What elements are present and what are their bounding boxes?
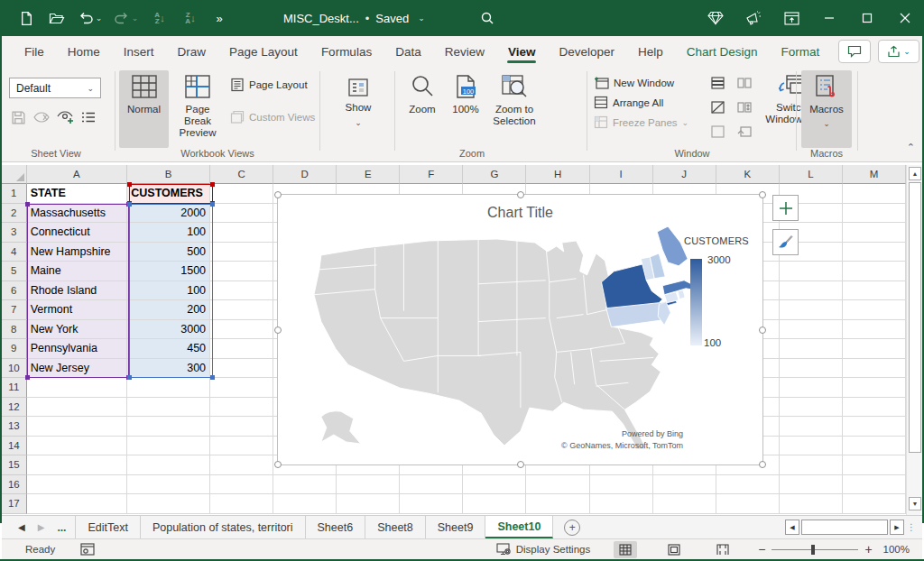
sheet-view-options-icon[interactable] (79, 108, 97, 126)
sheet-nav-left-icon[interactable]: ◀ (18, 522, 25, 532)
sheet-tab-sheet8[interactable]: Sheet8 (365, 516, 426, 538)
cell-M16[interactable] (843, 475, 906, 495)
cell-M10[interactable] (843, 359, 906, 379)
display-settings-label[interactable]: Display Settings (516, 544, 590, 555)
ribbon-tab-format[interactable]: Format (770, 39, 832, 64)
page-break-preview-button[interactable]: Page Break Preview (171, 70, 225, 148)
tabbar-resize-dots[interactable]: ⋮ (907, 522, 917, 532)
row-header-14[interactable]: 14 (2, 437, 27, 456)
minimize-button[interactable] (810, 0, 848, 36)
quick-access-more-button[interactable]: » (206, 5, 233, 31)
chart-title[interactable]: Chart Title (278, 205, 762, 221)
row-header-12[interactable]: 12 (2, 398, 27, 418)
search-icon[interactable] (472, 5, 503, 31)
chart-handle-bottom-right[interactable] (759, 461, 766, 468)
cell-A16[interactable] (27, 475, 128, 495)
sheet-nav-overflow[interactable]: ... (57, 521, 66, 534)
cell-D16[interactable] (273, 475, 337, 495)
sheet-tab-sheet6[interactable]: Sheet6 (306, 516, 366, 538)
new-file-icon[interactable] (11, 5, 42, 31)
arrange-all-button[interactable]: Arrange All (594, 93, 663, 112)
cell-M1[interactable] (843, 184, 906, 204)
cell-M6[interactable] (843, 281, 906, 301)
cell-L9[interactable] (780, 339, 843, 359)
split-icon[interactable] (708, 74, 726, 92)
cell-H17[interactable] (526, 494, 589, 514)
cell-M14[interactable] (843, 437, 906, 456)
ribbon-tab-review[interactable]: Review (433, 39, 496, 64)
cell-M3[interactable] (843, 223, 906, 243)
column-header-L[interactable]: L (780, 165, 843, 184)
ribbon-display-options-icon[interactable] (772, 0, 810, 36)
cell-B14[interactable] (127, 437, 210, 456)
chart-handle-top-left[interactable] (274, 191, 282, 198)
macros-button[interactable]: Macros ⌄ (801, 70, 852, 148)
ribbon-tab-home[interactable]: Home (56, 39, 112, 64)
row-header-10[interactable]: 10 (2, 359, 27, 379)
cell-F16[interactable] (400, 475, 463, 495)
cell-A4[interactable]: New Hampshire (27, 243, 128, 262)
column-header-D[interactable]: D (273, 165, 337, 184)
cell-A2[interactable]: Massachusetts (27, 204, 128, 224)
row-header-11[interactable]: 11 (2, 378, 27, 398)
cell-C4[interactable] (210, 243, 273, 262)
row-header-4[interactable]: 4 (2, 243, 27, 262)
zoom-slider-thumb[interactable] (811, 545, 815, 555)
cell-B13[interactable] (127, 417, 210, 437)
row-header-8[interactable]: 8 (2, 320, 27, 340)
cell-C1[interactable] (210, 184, 273, 204)
sheet-tab-population-of-states-territori[interactable]: Population of states, territori (141, 516, 306, 538)
cell-A1[interactable]: STATE (27, 184, 128, 204)
view-normal-button[interactable] (614, 541, 637, 558)
zoom-to-selection-button[interactable]: Zoom to Selection (486, 70, 542, 148)
column-header-H[interactable]: H (526, 165, 589, 184)
view-page-layout-button[interactable] (662, 541, 686, 558)
row-header-17[interactable]: 17 (2, 494, 27, 514)
new-window-button[interactable]: New Window (594, 73, 674, 92)
cell-C11[interactable] (210, 378, 273, 398)
document-title[interactable]: MISC_Deskt... • Saved ⌄ (283, 12, 425, 25)
zoom-100-button[interactable]: 100 100% (447, 70, 485, 148)
column-header-M[interactable]: M (843, 165, 906, 184)
ribbon-tab-insert[interactable]: Insert (112, 39, 166, 64)
cell-B12[interactable] (127, 398, 210, 418)
cell-M8[interactable] (843, 320, 906, 340)
hscroll-right-arrow[interactable]: ▶ (890, 520, 904, 535)
column-header-K[interactable]: K (716, 165, 780, 184)
cell-E17[interactable] (337, 494, 400, 514)
cell-C2[interactable] (210, 204, 273, 224)
cell-B10[interactable]: 300 (127, 359, 210, 379)
close-button[interactable] (886, 0, 924, 36)
cell-B3[interactable]: 100 (127, 223, 210, 243)
row-header-7[interactable]: 7 (2, 300, 27, 320)
cell-A7[interactable]: Vermont (27, 300, 128, 320)
cell-M17[interactable] (843, 494, 906, 514)
cell-C6[interactable] (210, 281, 273, 301)
cell-M2[interactable] (843, 204, 906, 224)
chart-handle-top-center[interactable] (517, 191, 524, 198)
cell-M4[interactable] (843, 243, 906, 262)
cell-C12[interactable] (210, 398, 273, 418)
column-header-C[interactable]: C (210, 165, 273, 184)
cell-L15[interactable] (780, 455, 843, 475)
cell-C5[interactable] (210, 262, 273, 281)
sheet-view-combo[interactable]: Default⌄ (9, 78, 101, 98)
cell-A14[interactable] (27, 437, 128, 456)
cell-L11[interactable] (780, 378, 843, 398)
share-button[interactable]: ⌄ (878, 40, 919, 63)
zoom-percentage[interactable]: 100% (883, 544, 910, 555)
cell-C9[interactable] (210, 339, 273, 359)
cell-L12[interactable] (780, 398, 843, 418)
ribbon-tab-data[interactable]: Data (383, 39, 433, 64)
cell-F17[interactable] (400, 494, 463, 514)
cell-A9[interactable]: Pennsylvania (27, 339, 128, 359)
cell-L5[interactable] (780, 262, 843, 281)
cell-M9[interactable] (843, 339, 906, 359)
column-header-G[interactable]: G (463, 165, 526, 184)
row-header-9[interactable]: 9 (2, 339, 27, 359)
row-header-2[interactable]: 2 (2, 204, 27, 224)
undo-button[interactable]: ⌄ (72, 5, 108, 31)
cell-B17[interactable] (127, 494, 210, 514)
cell-B16[interactable] (127, 475, 210, 495)
cell-J16[interactable] (653, 475, 716, 495)
